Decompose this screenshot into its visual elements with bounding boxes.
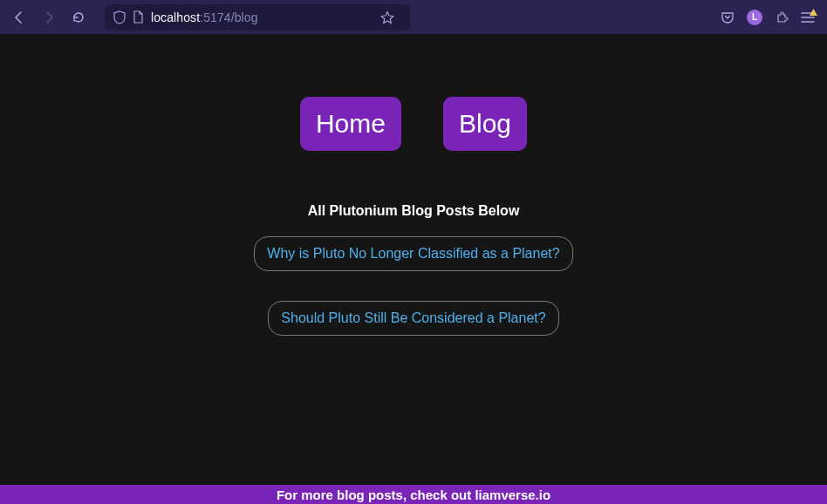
address-bar[interactable]: localhost:5174/blog bbox=[105, 4, 410, 31]
extensions-icon[interactable] bbox=[775, 10, 789, 24]
page-icon[interactable] bbox=[133, 10, 144, 24]
profile-avatar[interactable]: L bbox=[747, 10, 762, 25]
url-path: :5174/blog bbox=[200, 10, 257, 24]
post-link[interactable]: Why is Pluto No Longer Classified as a P… bbox=[254, 236, 572, 271]
reload-button[interactable] bbox=[66, 5, 91, 30]
nav-blog-button[interactable]: Blog bbox=[443, 97, 527, 151]
page-heading: All Plutonium Blog Posts Below bbox=[308, 203, 520, 219]
footer-banner: For more blog posts, check out liamverse… bbox=[0, 485, 827, 504]
browser-toolbar: localhost:5174/blog L bbox=[0, 0, 827, 34]
main-nav: Home Blog bbox=[300, 97, 527, 151]
back-button[interactable] bbox=[7, 5, 31, 30]
toolbar-right: L bbox=[721, 10, 820, 25]
nav-home-button[interactable]: Home bbox=[300, 97, 401, 151]
footer-text: For more blog posts, check out liamverse… bbox=[277, 487, 550, 502]
post-link[interactable]: Should Pluto Still Be Considered a Plane… bbox=[268, 301, 558, 336]
profile-letter: L bbox=[752, 12, 757, 22]
bookmark-star-icon[interactable] bbox=[380, 10, 394, 24]
forward-button[interactable] bbox=[37, 5, 61, 30]
shield-icon[interactable] bbox=[113, 10, 126, 24]
url-text: localhost:5174/blog bbox=[151, 10, 258, 24]
site-info-icons bbox=[113, 10, 144, 24]
page-content: Home Blog All Plutonium Blog Posts Below… bbox=[0, 34, 827, 485]
hamburger-menu-icon[interactable] bbox=[801, 10, 817, 24]
pocket-icon[interactable] bbox=[721, 10, 735, 24]
url-host: localhost bbox=[151, 10, 200, 24]
post-list: Why is Pluto No Longer Classified as a P… bbox=[254, 236, 572, 336]
